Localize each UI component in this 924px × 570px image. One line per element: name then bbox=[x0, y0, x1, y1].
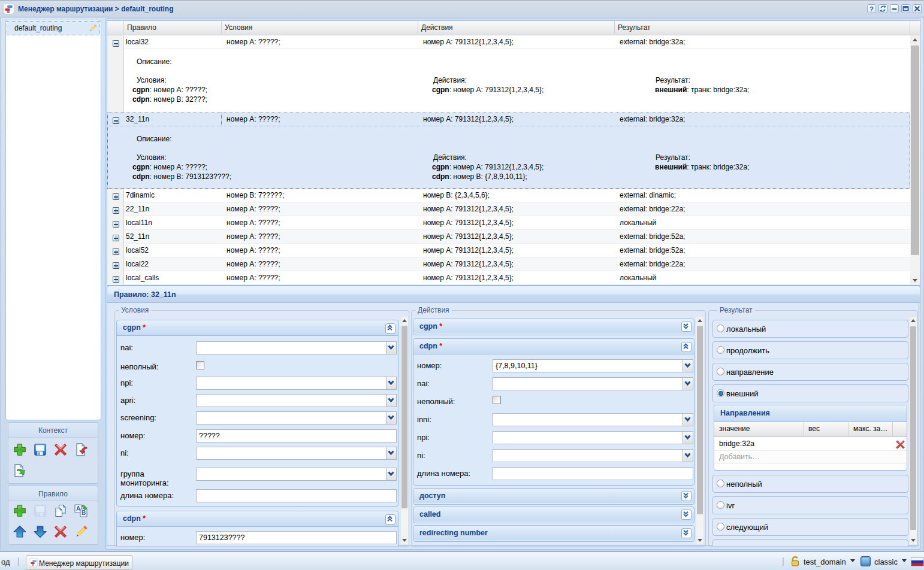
svg-text:?: ? bbox=[869, 5, 874, 13]
svg-text:A: A bbox=[76, 505, 80, 512]
svg-text:B: B bbox=[81, 510, 86, 516]
